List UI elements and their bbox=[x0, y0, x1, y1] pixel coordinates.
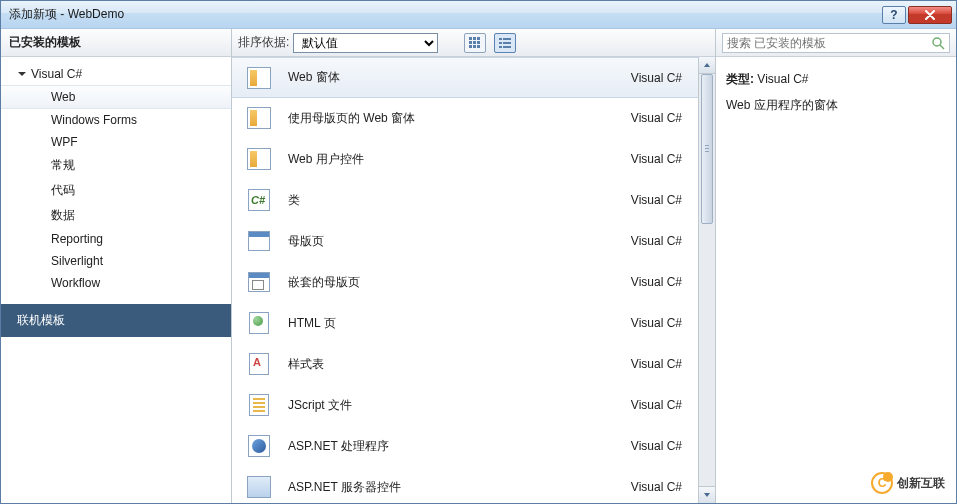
template-list: Web 窗体Visual C#使用母版页的 Web 窗体Visual C#Web… bbox=[232, 57, 698, 503]
details-type-row: 类型: Visual C# bbox=[726, 69, 946, 89]
template-item[interactable]: Web 用户控件Visual C# bbox=[232, 139, 698, 180]
view-small-icons-button[interactable] bbox=[464, 33, 486, 53]
template-item[interactable]: 使用母版页的 Web 窗体Visual C# bbox=[232, 98, 698, 139]
template-name: 嵌套的母版页 bbox=[288, 274, 631, 291]
svg-rect-7 bbox=[473, 45, 476, 48]
tree-item-label: Windows Forms bbox=[51, 113, 137, 127]
template-language: Visual C# bbox=[631, 357, 682, 371]
scrollbar[interactable] bbox=[698, 57, 715, 503]
window-title: 添加新项 - WebDemo bbox=[9, 6, 880, 23]
grid-small-icon bbox=[469, 37, 481, 49]
svg-rect-0 bbox=[469, 37, 472, 40]
template-language: Visual C# bbox=[631, 111, 682, 125]
sort-select[interactable]: 默认值 bbox=[293, 33, 438, 53]
help-button[interactable]: ? bbox=[882, 6, 906, 24]
details-pane: 类型: Visual C# Web 应用程序的窗体 bbox=[716, 57, 956, 503]
template-item[interactable]: ASP.NET 服务器控件Visual C# bbox=[232, 467, 698, 503]
tree-item-web[interactable]: Web bbox=[1, 85, 231, 109]
scroll-thumb[interactable] bbox=[701, 74, 713, 224]
search-field-wrapper[interactable] bbox=[722, 33, 950, 53]
svg-rect-10 bbox=[503, 38, 511, 40]
template-language: Visual C# bbox=[631, 234, 682, 248]
template-name: ASP.NET 服务器控件 bbox=[288, 479, 631, 496]
left-panel: 已安装的模板 Visual C# Web Windows Forms WPF 常… bbox=[1, 29, 232, 503]
template-language: Visual C# bbox=[631, 193, 682, 207]
tree-item-label: WPF bbox=[51, 135, 78, 149]
scroll-up-button[interactable] bbox=[699, 57, 715, 74]
template-list-container: Web 窗体Visual C#使用母版页的 Web 窗体Visual C#Web… bbox=[232, 57, 715, 503]
search-input[interactable] bbox=[727, 36, 931, 50]
svg-rect-8 bbox=[477, 45, 480, 48]
svg-rect-14 bbox=[503, 46, 511, 48]
template-language: Visual C# bbox=[631, 71, 682, 85]
middle-panel: 排序依据: 默认值 Web 窗体Visual C#使用母版页的 Web 窗体Vi… bbox=[232, 29, 716, 503]
template-language: Visual C# bbox=[631, 480, 682, 494]
template-language: Visual C# bbox=[631, 316, 682, 330]
details-description: Web 应用程序的窗体 bbox=[726, 95, 946, 115]
template-item[interactable]: 类Visual C# bbox=[232, 180, 698, 221]
template-item[interactable]: HTML 页Visual C# bbox=[232, 303, 698, 344]
template-name: HTML 页 bbox=[288, 315, 631, 332]
tree-item-label: 常规 bbox=[51, 158, 75, 172]
tree-item-reporting[interactable]: Reporting bbox=[1, 228, 231, 250]
search-icon bbox=[931, 36, 945, 50]
list-icon bbox=[499, 37, 511, 49]
type-label: 类型: bbox=[726, 72, 754, 86]
online-templates[interactable]: 联机模板 bbox=[1, 304, 231, 337]
svg-rect-2 bbox=[477, 37, 480, 40]
tree-item-data[interactable]: 数据 bbox=[1, 203, 231, 228]
svg-point-15 bbox=[933, 38, 941, 46]
tree-item-label: 代码 bbox=[51, 183, 75, 197]
template-item[interactable]: ASP.NET 处理程序Visual C# bbox=[232, 426, 698, 467]
template-item[interactable]: Web 窗体Visual C# bbox=[232, 57, 698, 98]
template-name: 使用母版页的 Web 窗体 bbox=[288, 110, 631, 127]
close-button[interactable] bbox=[908, 6, 952, 24]
sort-label: 排序依据: bbox=[238, 34, 289, 51]
tree-item-code[interactable]: 代码 bbox=[1, 178, 231, 203]
template-icon bbox=[246, 146, 272, 172]
tree-root-visual-csharp[interactable]: Visual C# bbox=[1, 63, 231, 85]
tree-item-workflow[interactable]: Workflow bbox=[1, 272, 231, 294]
chevron-down-icon bbox=[703, 491, 711, 499]
tree-item-label: Workflow bbox=[51, 276, 100, 290]
template-language: Visual C# bbox=[631, 439, 682, 453]
tree-item-label: Web bbox=[51, 90, 75, 104]
view-details-button[interactable] bbox=[494, 33, 516, 53]
svg-rect-13 bbox=[499, 46, 502, 48]
tree-item-general[interactable]: 常规 bbox=[1, 153, 231, 178]
template-name: Web 用户控件 bbox=[288, 151, 631, 168]
close-icon bbox=[925, 10, 935, 20]
svg-rect-6 bbox=[469, 45, 472, 48]
template-item[interactable]: 嵌套的母版页Visual C# bbox=[232, 262, 698, 303]
template-item[interactable]: JScript 文件Visual C# bbox=[232, 385, 698, 426]
chevron-up-icon bbox=[703, 61, 711, 69]
tree-item-winforms[interactable]: Windows Forms bbox=[1, 109, 231, 131]
template-item[interactable]: 样式表Visual C# bbox=[232, 344, 698, 385]
template-icon bbox=[246, 269, 272, 295]
online-templates-label: 联机模板 bbox=[17, 313, 65, 327]
svg-rect-3 bbox=[469, 41, 472, 44]
svg-rect-1 bbox=[473, 37, 476, 40]
tree-item-silverlight[interactable]: Silverlight bbox=[1, 250, 231, 272]
template-item[interactable]: 母版页Visual C# bbox=[232, 221, 698, 262]
tree-item-wpf[interactable]: WPF bbox=[1, 131, 231, 153]
titlebar: 添加新项 - WebDemo ? bbox=[1, 1, 956, 29]
dialog-window: 添加新项 - WebDemo ? 已安装的模板 Visual C# Web Wi… bbox=[0, 0, 957, 504]
right-panel: 类型: Visual C# Web 应用程序的窗体 bbox=[716, 29, 956, 503]
type-value: Visual C# bbox=[757, 72, 808, 86]
template-name: ASP.NET 处理程序 bbox=[288, 438, 631, 455]
tree-item-label: Reporting bbox=[51, 232, 103, 246]
svg-rect-12 bbox=[503, 42, 511, 44]
template-language: Visual C# bbox=[631, 275, 682, 289]
scroll-down-button[interactable] bbox=[699, 486, 715, 503]
installed-templates-header: 已安装的模板 bbox=[1, 29, 231, 57]
svg-rect-9 bbox=[499, 38, 502, 40]
svg-rect-11 bbox=[499, 42, 502, 44]
template-name: 类 bbox=[288, 192, 631, 209]
template-icon bbox=[246, 310, 272, 336]
template-icon bbox=[246, 351, 272, 377]
template-icon bbox=[246, 433, 272, 459]
svg-line-16 bbox=[940, 45, 944, 49]
tree-root-label: Visual C# bbox=[31, 67, 82, 81]
template-icon bbox=[246, 187, 272, 213]
